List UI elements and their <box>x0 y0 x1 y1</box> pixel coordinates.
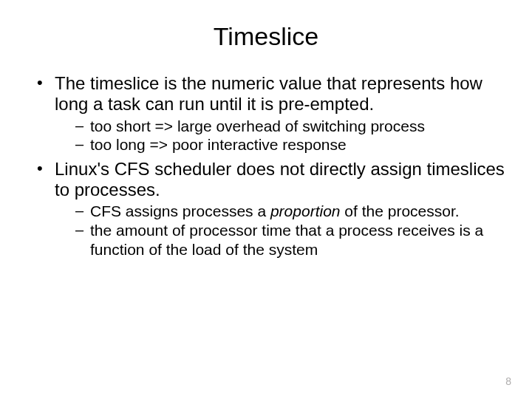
bullet-text: The timeslice is the numeric value that … <box>55 73 482 114</box>
slide-title: Timeslice <box>15 22 517 51</box>
list-item: The timeslice is the numeric value that … <box>37 73 517 154</box>
list-item: too long => poor interactive response <box>75 135 517 154</box>
list-item: CFS assigns processes a proportion of th… <box>75 202 517 221</box>
list-item: the amount of processor time that a proc… <box>75 221 517 259</box>
bullet-text: the amount of processor time that a proc… <box>90 222 483 258</box>
bullet-text: too long => poor interactive response <box>90 136 347 153</box>
bullet-text: too short => large overhead of switching… <box>90 117 425 134</box>
bullet-list: The timeslice is the numeric value that … <box>15 73 517 259</box>
page-number: 8 <box>505 375 511 387</box>
list-item: Linux's CFS scheduler does not directly … <box>37 159 517 259</box>
list-item: too short => large overhead of switching… <box>75 117 517 136</box>
bullet-text: Linux's CFS scheduler does not directly … <box>55 159 505 200</box>
bullet-text: CFS assigns processes a proportion of th… <box>90 202 460 219</box>
sub-list: too short => large overhead of switching… <box>55 117 517 154</box>
sub-list: CFS assigns processes a proportion of th… <box>55 202 517 259</box>
